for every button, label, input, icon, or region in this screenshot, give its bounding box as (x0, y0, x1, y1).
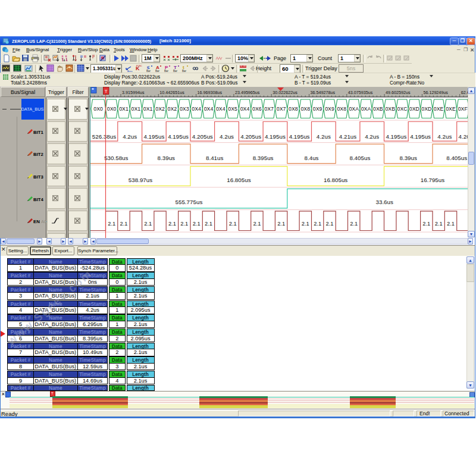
svg-text:2.1: 2.1 (277, 221, 285, 227)
svg-text:10.442651us: 10.442651us (159, 90, 184, 95)
svg-text:8.405us: 8.405us (446, 155, 467, 161)
svg-text:0X1: 0X1 (119, 106, 129, 112)
svg-text:16.795us: 16.795us (421, 177, 444, 183)
svg-text:0XF: 0XF (458, 106, 468, 112)
svg-text:0X7: 0X7 (264, 106, 274, 112)
svg-text:2.1: 2.1 (447, 221, 455, 227)
svg-text:4.195us: 4.195us (386, 133, 406, 140)
svg-text:43.075935us: 43.075935us (348, 90, 373, 95)
svg-text:0X7: 0X7 (277, 106, 286, 112)
svg-text:4.195us: 4.195us (265, 133, 286, 140)
svg-text:2.1: 2.1 (422, 221, 430, 227)
svg-text:4.205us: 4.205us (240, 133, 261, 140)
svg-text:2.1: 2.1 (302, 221, 309, 227)
svg-text:0XE: 0XE (434, 106, 444, 112)
svg-text:0X6: 0X6 (252, 106, 262, 112)
svg-text:16.805us: 16.805us (324, 177, 347, 183)
svg-text:8.395us: 8.395us (253, 155, 274, 161)
svg-text:49.602592us: 49.602592us (386, 90, 411, 95)
svg-text:4.21us: 4.21us (339, 133, 357, 140)
svg-text:0XD: 0XD (421, 106, 431, 112)
svg-text:4.205us: 4.205us (459, 133, 468, 140)
svg-text:56.129249us: 56.129249us (423, 90, 448, 95)
svg-text:2.1: 2.1 (229, 221, 237, 227)
svg-text:2.1: 2.1 (193, 221, 201, 227)
svg-text:0X5: 0X5 (228, 106, 237, 112)
svg-text:0X8: 0X8 (289, 106, 298, 112)
svg-text:8.39us: 8.39us (399, 155, 417, 161)
svg-text:4.195us: 4.195us (143, 133, 164, 140)
svg-text:2.1: 2.1 (350, 221, 358, 227)
svg-text:FUNC: FUNC (136, 65, 142, 67)
svg-text:0XA: 0XA (361, 106, 371, 112)
svg-text:0X8: 0X8 (337, 106, 346, 112)
svg-text:16.805us: 16.805us (227, 177, 250, 183)
svg-text:62.655906us: 62.655906us (461, 90, 468, 95)
svg-text:2.1: 2.1 (326, 221, 334, 227)
svg-text:0X0: 0X0 (93, 106, 103, 112)
svg-text:4.195us: 4.195us (410, 133, 431, 140)
svg-text:2.1: 2.1 (435, 221, 443, 227)
svg-text:T: T (105, 89, 108, 94)
svg-text:0XE: 0XE (446, 106, 456, 112)
svg-text:23.495965us: 23.495965us (235, 90, 260, 95)
svg-text:0XA: 0XA (349, 106, 359, 112)
svg-text:0XC: 0XC (397, 106, 408, 112)
svg-text:0X2: 0X2 (168, 106, 177, 112)
svg-text:4.2us: 4.2us (123, 133, 137, 140)
svg-text:4.205us: 4.205us (192, 133, 213, 140)
svg-text:0X4: 0X4 (240, 106, 250, 112)
svg-text:0X3: 0X3 (180, 106, 189, 112)
svg-text:3.915994us: 3.915994us (122, 90, 145, 95)
svg-text:0XB: 0XB (373, 106, 383, 112)
svg-text:0X0: 0X0 (107, 106, 117, 112)
svg-text:0XB: 0XB (385, 106, 395, 112)
svg-text:33.6us: 33.6us (375, 199, 393, 205)
svg-text:2.1: 2.1 (144, 221, 152, 227)
svg-text:0X4: 0X4 (204, 106, 214, 112)
svg-text:8.39us: 8.39us (158, 155, 176, 161)
svg-text:8.405us: 8.405us (349, 155, 370, 161)
svg-text:0X4: 0X4 (216, 106, 226, 112)
svg-text:0X8: 0X8 (300, 106, 310, 112)
svg-text:16.969308us: 16.969308us (198, 90, 223, 95)
svg-text:2.1: 2.1 (108, 221, 115, 227)
svg-text:526.38us: 526.38us (92, 133, 116, 140)
svg-text:4.2us: 4.2us (317, 133, 331, 140)
svg-text:0X1: 0X1 (143, 106, 153, 112)
svg-text:538.97us: 538.97us (129, 177, 152, 183)
svg-text:0X9: 0X9 (313, 106, 322, 112)
svg-text:4.195us: 4.195us (289, 133, 310, 140)
svg-text:2.1: 2.1 (205, 221, 212, 227)
svg-text:0X1: 0X1 (131, 106, 141, 112)
svg-text:0XD: 0XD (409, 106, 419, 112)
svg-text:36.549278us: 36.549278us (311, 90, 336, 95)
svg-text:8.41us: 8.41us (206, 155, 224, 161)
svg-text:555.775us: 555.775us (176, 199, 203, 205)
svg-text:4.2us: 4.2us (365, 133, 379, 140)
svg-text:2.1: 2.1 (120, 221, 128, 227)
svg-text:0X4: 0X4 (192, 106, 201, 112)
svg-text:2.1: 2.1 (314, 221, 321, 227)
svg-text:0X9: 0X9 (325, 106, 334, 112)
svg-text:2.1: 2.1 (253, 221, 261, 227)
svg-text:8.4us: 8.4us (305, 155, 319, 161)
svg-text:2.1: 2.1 (168, 221, 176, 227)
svg-text:0X2: 0X2 (155, 106, 165, 112)
svg-text:30.022622us: 30.022622us (273, 90, 298, 95)
svg-text:4.195us: 4.195us (168, 133, 189, 140)
svg-text:2.1: 2.1 (180, 221, 188, 227)
svg-text:4.2us: 4.2us (220, 133, 234, 140)
svg-text:4.2us: 4.2us (437, 133, 452, 140)
svg-text:530.58us: 530.58us (104, 155, 128, 161)
